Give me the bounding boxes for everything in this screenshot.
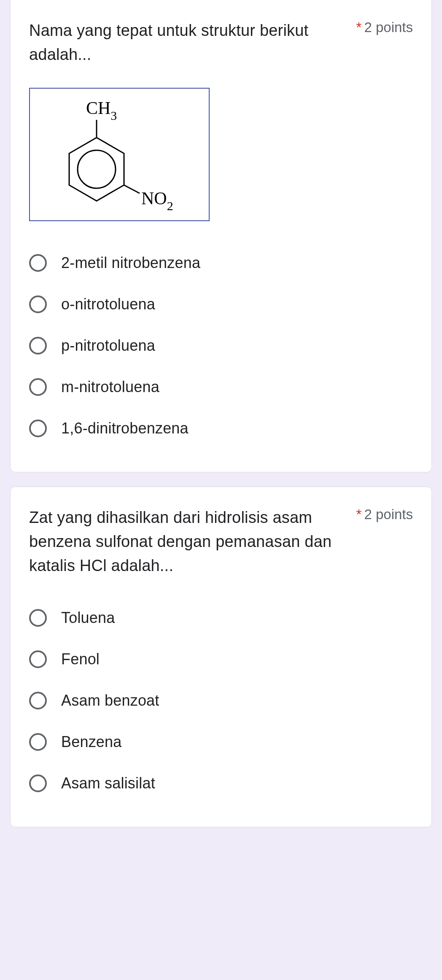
required-asterisk: * [356, 506, 362, 522]
radio-option[interactable]: Toluena [29, 597, 413, 639]
radio-icon [29, 378, 47, 396]
option-label: p-nitrotoluena [61, 337, 155, 355]
option-label: Asam benzoat [61, 692, 159, 709]
svg-text:CH3: CH3 [86, 98, 117, 122]
radio-icon [29, 774, 47, 792]
radio-icon [29, 420, 47, 437]
radio-icon [29, 650, 47, 668]
option-label: Asam salisilat [61, 774, 155, 792]
question-points: *2 points [356, 506, 413, 522]
radio-option[interactable]: m-nitrotoluena [29, 366, 413, 408]
option-label: Toluena [61, 609, 115, 627]
svg-line-3 [124, 185, 140, 194]
radio-option[interactable]: Fenol [29, 639, 413, 680]
question-card: Zat yang dihasilkan dari hidrolisis asam… [10, 487, 432, 827]
option-label: o-nitrotoluena [61, 295, 155, 313]
radio-option[interactable]: Asam benzoat [29, 680, 413, 721]
radio-icon [29, 295, 47, 313]
radio-option[interactable]: Asam salisilat [29, 763, 413, 804]
radio-option[interactable]: 1,6-dinitrobenzena [29, 408, 413, 449]
svg-text:NO2: NO2 [141, 189, 173, 213]
option-label: m-nitrotoluena [61, 378, 159, 396]
option-list: Toluena Fenol Asam benzoat Benzena Asam … [29, 597, 413, 804]
question-title: Zat yang dihasilkan dari hidrolisis asam… [29, 506, 346, 578]
radio-icon [29, 337, 47, 355]
question-header: Zat yang dihasilkan dari hidrolisis asam… [29, 506, 413, 578]
chemical-structure-image: CH3 NO2 [29, 88, 210, 221]
required-asterisk: * [356, 19, 362, 35]
option-label: 1,6-dinitrobenzena [61, 420, 189, 437]
option-label: Benzena [61, 733, 122, 751]
radio-icon [29, 733, 47, 751]
option-label: Fenol [61, 650, 100, 668]
radio-option[interactable]: o-nitrotoluena [29, 284, 413, 325]
points-label: 2 points [364, 19, 413, 35]
radio-option[interactable]: p-nitrotoluena [29, 325, 413, 366]
radio-option[interactable]: 2-metil nitrobenzena [29, 242, 413, 284]
question-points: *2 points [356, 19, 413, 35]
svg-point-1 [78, 150, 116, 188]
radio-icon [29, 609, 47, 627]
question-card: Nama yang tepat untuk struktur berikut a… [10, 0, 432, 472]
benzene-structure-icon: CH3 NO2 [42, 95, 194, 214]
radio-icon [29, 254, 47, 272]
question-header: Nama yang tepat untuk struktur berikut a… [29, 19, 413, 67]
question-title: Nama yang tepat untuk struktur berikut a… [29, 19, 346, 67]
radio-option[interactable]: Benzena [29, 721, 413, 763]
points-label: 2 points [364, 506, 413, 522]
option-list: 2-metil nitrobenzena o-nitrotoluena p-ni… [29, 242, 413, 449]
option-label: 2-metil nitrobenzena [61, 254, 200, 272]
radio-icon [29, 692, 47, 709]
